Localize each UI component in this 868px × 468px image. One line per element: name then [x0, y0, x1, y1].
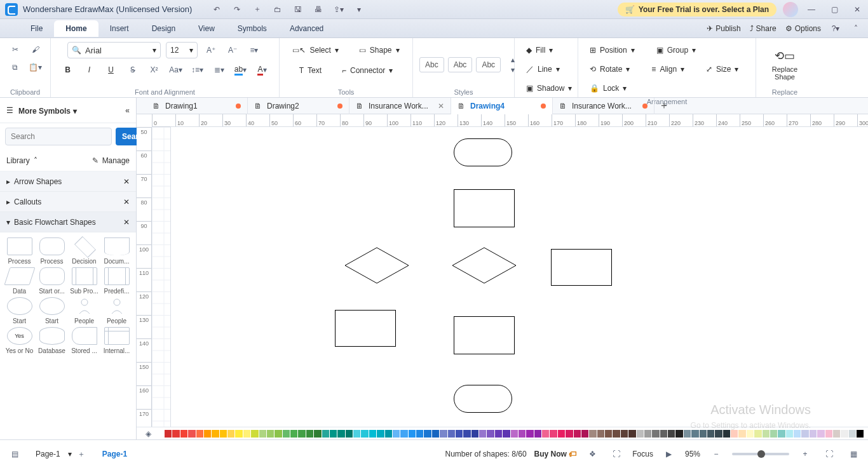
- shape-palette-item[interactable]: Process: [36, 237, 67, 265]
- trial-banner[interactable]: 🛒 Your Free Trial is over. Select a Plan: [618, 3, 776, 17]
- menu-file[interactable]: File: [19, 20, 54, 37]
- color-swatch[interactable]: [369, 430, 376, 438]
- underline-icon[interactable]: U: [103, 62, 119, 77]
- format-painter-icon[interactable]: 🖌: [27, 42, 44, 57]
- color-swatch[interactable]: [668, 430, 675, 438]
- superscript-icon[interactable]: X²: [146, 62, 163, 77]
- color-swatch[interactable]: [448, 430, 455, 438]
- color-swatch[interactable]: [747, 430, 754, 438]
- more-icon[interactable]: ▾: [353, 4, 365, 15]
- shape-palette-item[interactable]: Start or...: [36, 267, 67, 295]
- layers-icon[interactable]: ❖: [584, 446, 600, 462]
- color-swatch[interactable]: [400, 430, 407, 438]
- color-swatch[interactable]: [684, 430, 691, 438]
- color-swatch[interactable]: [621, 430, 628, 438]
- canvas-shape-diamond[interactable]: [452, 248, 516, 283]
- color-swatch[interactable]: [723, 430, 730, 438]
- fullscreen-icon[interactable]: ⛶: [608, 446, 625, 462]
- color-swatch[interactable]: [306, 430, 313, 438]
- shape-palette-item[interactable]: Predefi...: [101, 267, 132, 295]
- connector-tool[interactable]: ⌐Connector▾: [337, 62, 398, 79]
- color-swatch[interactable]: [605, 430, 612, 438]
- manage-button[interactable]: Manage: [102, 156, 130, 165]
- strike-icon[interactable]: S̶: [125, 62, 141, 77]
- shape-palette-item[interactable]: Start: [36, 297, 67, 324]
- page-tab-1[interactable]: Page-1: [96, 447, 133, 461]
- color-swatch[interactable]: [487, 430, 494, 438]
- shape-palette-item[interactable]: People: [69, 297, 100, 324]
- color-swatch[interactable]: [165, 430, 172, 438]
- decrease-font-icon[interactable]: A⁻: [224, 43, 241, 58]
- increase-font-icon[interactable]: A⁺: [203, 43, 219, 58]
- color-swatch[interactable]: [675, 430, 682, 438]
- color-swatch[interactable]: [581, 430, 588, 438]
- doc-tab-4[interactable]: 🗎Insurance Work...: [553, 98, 654, 114]
- eyedropper-icon[interactable]: ◈: [140, 426, 156, 441]
- zoom-slider[interactable]: [732, 453, 789, 455]
- color-swatch[interactable]: [471, 430, 478, 438]
- page-selector[interactable]: Page-1: [29, 447, 67, 461]
- doc-tab-1[interactable]: 🗎Drawing2: [248, 98, 349, 114]
- fill-button[interactable]: ◆Fill▾: [521, 42, 558, 58]
- color-swatch[interactable]: [314, 430, 321, 438]
- menu-symbols[interactable]: Symbols: [226, 20, 278, 37]
- cat-arrow-shapes[interactable]: ▸ Arrow Shapes ✕: [0, 171, 136, 192]
- lock-button[interactable]: 🔒Lock▾: [585, 80, 632, 97]
- menu-insert[interactable]: Insert: [98, 20, 140, 37]
- color-swatch[interactable]: [731, 430, 738, 438]
- close-icon[interactable]: ✕: [123, 218, 130, 227]
- options-button[interactable]: ⚙Options: [785, 24, 821, 33]
- close-icon[interactable]: ✕: [851, 4, 863, 15]
- color-swatch[interactable]: [275, 430, 281, 438]
- paste-icon[interactable]: 📋▾: [27, 60, 44, 75]
- shape-palette-item[interactable]: Sub Pro...: [69, 267, 100, 295]
- color-swatch[interactable]: [212, 430, 219, 438]
- color-swatch[interactable]: [526, 430, 533, 438]
- color-swatch[interactable]: [227, 430, 234, 438]
- color-swatch[interactable]: [196, 430, 203, 438]
- shadow-button[interactable]: ▣Shadow▾: [521, 80, 577, 97]
- shape-palette-item[interactable]: Process: [4, 237, 35, 265]
- position-button[interactable]: ⊞Position▾: [585, 42, 640, 58]
- print-icon[interactable]: 🖶: [313, 4, 324, 15]
- symbol-search-input[interactable]: [5, 128, 112, 145]
- maximize-icon[interactable]: ▢: [829, 4, 840, 15]
- color-swatch[interactable]: [519, 430, 526, 438]
- color-swatch[interactable]: [707, 430, 714, 438]
- shape-palette-item[interactable]: Docum...: [101, 237, 132, 265]
- cut-icon[interactable]: ✂: [7, 42, 24, 57]
- color-swatch[interactable]: [235, 430, 242, 438]
- font-name-combo[interactable]: 🔍 ▾: [67, 42, 161, 58]
- zoom-in-icon[interactable]: +: [797, 446, 813, 462]
- rotate-button[interactable]: ⟲Rotate▾: [585, 61, 635, 77]
- color-swatch[interactable]: [786, 430, 793, 438]
- share-button[interactable]: ⤴Share: [750, 24, 776, 33]
- replace-shape-button[interactable]: ⟲▭ Replace Shape: [763, 49, 807, 81]
- color-swatch[interactable]: [833, 430, 840, 438]
- color-swatch[interactable]: [385, 430, 392, 438]
- canvas-shape-diamond[interactable]: [345, 248, 409, 283]
- highlight-icon[interactable]: ab▾: [233, 62, 249, 77]
- doc-tab-3[interactable]: 🗎Drawing4: [451, 98, 553, 114]
- shape-palette-item[interactable]: Stored ...: [69, 327, 100, 354]
- new-icon[interactable]: ＋: [252, 4, 263, 15]
- color-swatch[interactable]: [377, 430, 384, 438]
- zoom-out-icon[interactable]: −: [708, 446, 724, 462]
- collapse-ribbon-icon[interactable]: ˄: [850, 23, 862, 34]
- page-paper[interactable]: [171, 127, 868, 457]
- color-swatch[interactable]: [597, 430, 604, 438]
- publish-button[interactable]: ✈Publish: [707, 24, 740, 33]
- color-swatch[interactable]: [613, 430, 620, 438]
- color-swatch[interactable]: [157, 430, 164, 438]
- menu-view[interactable]: View: [187, 20, 226, 37]
- color-swatch[interactable]: [637, 430, 644, 438]
- color-swatch[interactable]: [794, 430, 801, 438]
- color-swatch[interactable]: [220, 430, 227, 438]
- color-swatch[interactable]: [172, 430, 179, 438]
- color-swatch[interactable]: [243, 430, 250, 438]
- color-swatch[interactable]: [849, 430, 856, 438]
- help-icon[interactable]: ?▾: [830, 23, 841, 34]
- color-swatch[interactable]: [346, 430, 353, 438]
- color-swatch[interactable]: [322, 430, 329, 438]
- line-spacing-icon[interactable]: ↕≡▾: [189, 62, 206, 77]
